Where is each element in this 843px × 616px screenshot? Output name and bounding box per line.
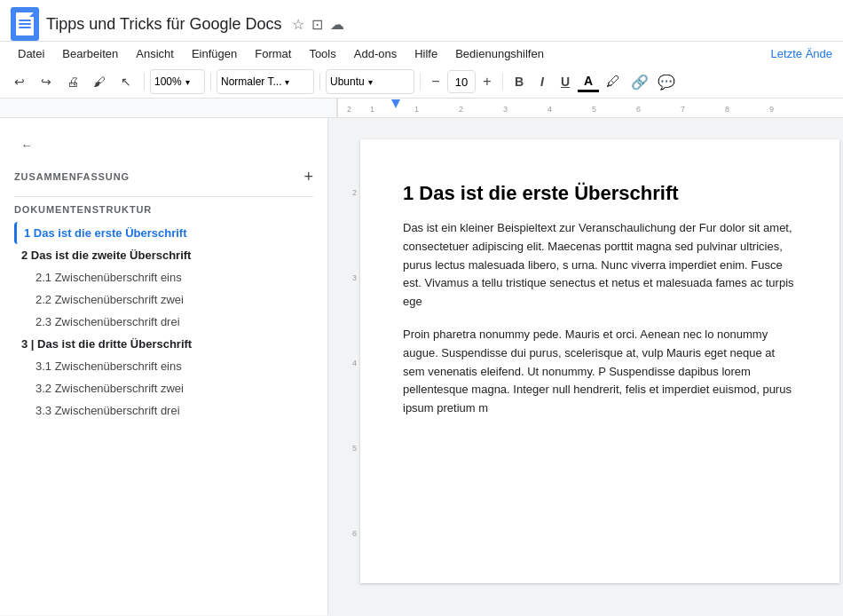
last-edited: Letzte Ände [771, 47, 832, 60]
sidebar-divider [14, 196, 313, 197]
document-title: Tipps und Tricks für Google Docs [46, 15, 281, 34]
style-value: Normaler T... [221, 75, 281, 88]
font-size-area: − + [426, 70, 497, 93]
ruler-track: 2 1 1 2 3 4 5 6 7 8 9 [337, 99, 843, 117]
document-area[interactable]: 2 3 4 5 6 7 8 1 Das ist die erste Übersc… [328, 118, 843, 615]
back-icon: ← [21, 138, 33, 152]
highlight-button[interactable]: 🖊 [601, 69, 626, 94]
menu-bar: Datei Bearbeiten Ansicht Einfügen Format… [0, 42, 843, 66]
menu-addons[interactable]: Add-ons [347, 43, 404, 64]
outline-item-6[interactable]: 3 | Das ist die dritte Überschrift [14, 333, 313, 355]
ruler-mark-5: 5 [592, 105, 596, 114]
menu-ansicht[interactable]: Ansicht [129, 43, 181, 64]
sidebar: ← ZUSAMMENFASSUNG + DOKUMENTENSTRUKTUR 1… [0, 118, 328, 615]
cursor-button[interactable]: ↖ [114, 69, 138, 94]
menu-format[interactable]: Format [248, 43, 298, 64]
ruler-mark-7: 7 [681, 105, 685, 114]
ruler: 2 1 1 2 3 4 5 6 7 8 9 [0, 99, 843, 118]
menu-datei[interactable]: Datei [11, 43, 51, 64]
menu-einfuegen[interactable]: Einfügen [185, 43, 244, 64]
menu-tools[interactable]: Tools [302, 43, 343, 64]
margin-num-4: 4 [344, 356, 357, 370]
underline-button[interactable]: U [555, 71, 576, 92]
link-button[interactable]: 🔗 [627, 69, 652, 94]
ruler-mark-9: 9 [769, 105, 774, 114]
font-size-decrease[interactable]: − [426, 72, 445, 91]
font-size-input[interactable] [447, 70, 476, 93]
back-button[interactable]: ← [14, 132, 39, 157]
zoom-value: 100% [154, 75, 182, 88]
ruler-mark-neg1: 1 [370, 105, 374, 114]
comment-button[interactable]: 💬 [654, 69, 679, 94]
doc-page[interactable]: 1 Das ist die erste Überschrift Das ist … [360, 139, 839, 583]
outline-item-2[interactable]: 2 Das ist die zweite Überschrift [14, 244, 313, 266]
ruler-mark-3: 3 [503, 105, 508, 114]
title-bar: Tipps und Tricks für Google Docs ☆ ⊡ ☁ [0, 0, 843, 42]
cloud-icon[interactable]: ☁ [330, 16, 344, 33]
ruler-mark-8: 8 [725, 105, 729, 114]
zoom-chevron: ▾ [185, 77, 190, 87]
outline-item-5[interactable]: 2.3 Zwischenüberschrift drei [28, 311, 313, 333]
zoom-select[interactable]: 100% ▾ [150, 69, 205, 94]
summary-section: ZUSAMMENFASSUNG + [14, 164, 313, 189]
font-size-increase[interactable]: + [477, 72, 497, 91]
font-chevron: ▾ [368, 77, 373, 87]
style-chevron: ▾ [285, 77, 289, 87]
toolbar-sep-1 [144, 73, 145, 91]
main-area: ← ZUSAMMENFASSUNG + DOKUMENTENSTRUKTUR 1… [0, 118, 843, 615]
font-value: Ubuntu [330, 75, 365, 88]
margin-num-6: 6 [344, 526, 357, 541]
margin-num-7: 7 [344, 612, 357, 615]
margin-num-3: 3 [344, 271, 357, 285]
outline-item-4[interactable]: 2.2 Zwischenüberschrift zwei [28, 288, 313, 311]
paint-format-button[interactable]: 🖌 [87, 69, 112, 94]
italic-button[interactable]: I [532, 71, 553, 92]
doc-heading1: 1 Das ist die erste Überschrift [403, 182, 797, 205]
toolbar-sep-4 [420, 73, 421, 91]
structure-title: DOKUMENTENSTRUKTUR [14, 204, 313, 215]
ruler-mark-6: 6 [636, 105, 641, 114]
bold-button[interactable]: B [508, 71, 530, 92]
summary-add-button[interactable]: + [303, 168, 313, 186]
margin-num-2: 2 [344, 186, 357, 200]
menu-hilfe[interactable]: Hilfe [407, 43, 445, 64]
toolbar-sep-3 [319, 73, 320, 91]
summary-title: ZUSAMMENFASSUNG [14, 171, 130, 182]
ruler-mark-neg2: 2 [347, 105, 351, 114]
doc-icon [11, 7, 39, 41]
doc-paragraph1: Das ist ein kleiner Beispieltext zur Ver… [403, 219, 797, 312]
star-icon[interactable]: ☆ [292, 16, 304, 33]
doc-paragraph2: Proin pharetra nonummy pede. Mauris et o… [403, 326, 797, 418]
menu-bearbeiten[interactable]: Bearbeiten [55, 43, 125, 64]
drive-icon[interactable]: ⊡ [311, 16, 323, 33]
style-select[interactable]: Normaler T... ▾ [217, 69, 314, 94]
print-button[interactable]: 🖨 [60, 69, 85, 94]
redo-button[interactable]: ↪ [34, 69, 59, 94]
ruler-mark-2: 2 [459, 105, 463, 114]
toolbar-sep-2 [210, 73, 211, 91]
title-icons: ☆ ⊡ ☁ [292, 16, 344, 33]
font-select[interactable]: Ubuntu ▾ [326, 69, 414, 94]
ruler-mark-4: 4 [548, 105, 552, 114]
ruler-mark-1: 1 [414, 105, 419, 114]
font-color-button[interactable]: A [578, 71, 599, 92]
outline-item-7[interactable]: 3.1 Zwischenüberschrift eins [28, 355, 313, 377]
margin-num-5: 5 [344, 441, 357, 455]
outline-item-9[interactable]: 3.3 Zwischenüberschrift drei [28, 399, 313, 422]
outline-item-3[interactable]: 2.1 Zwischenüberschrift eins [28, 266, 313, 288]
outline-item-1[interactable]: 1 Das ist die erste Überschrift [14, 222, 313, 244]
undo-button[interactable]: ↩ [7, 69, 32, 94]
menu-bedienungshilfen[interactable]: Bedienungshilfen [448, 43, 551, 64]
toolbar: ↩ ↪ 🖨 🖌 ↖ 100% ▾ Normaler T... ▾ Ubuntu … [0, 66, 843, 99]
outline-item-8[interactable]: 3.2 Zwischenüberschrift zwei [28, 377, 313, 399]
toolbar-sep-5 [502, 73, 503, 91]
